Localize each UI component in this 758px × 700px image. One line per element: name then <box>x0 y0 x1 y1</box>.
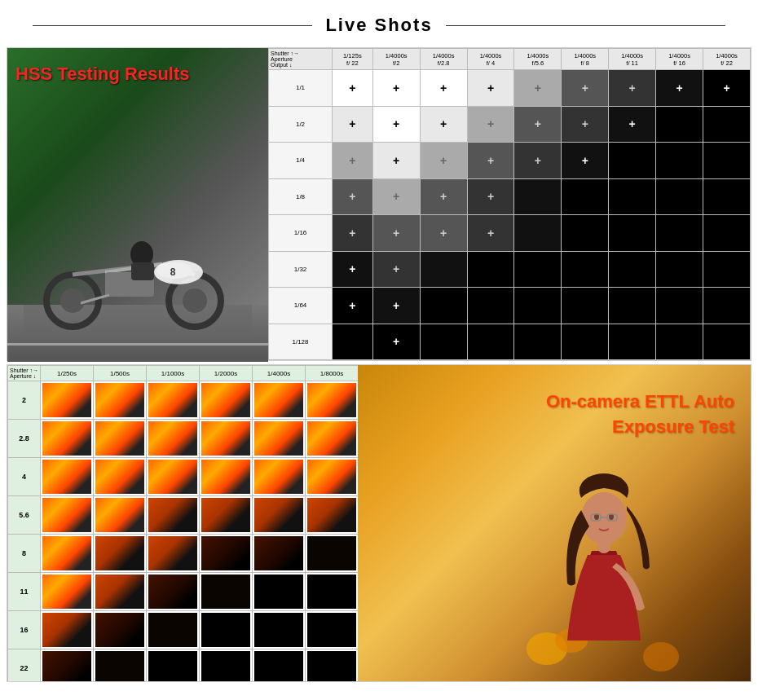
exposure-thumb <box>95 613 144 647</box>
hss-cell <box>467 288 514 324</box>
exposure-thumb <box>95 536 144 570</box>
output-label: Output ↓ <box>271 62 292 68</box>
ettl-row-8: 8 <box>8 535 359 573</box>
ettl-cell <box>200 496 253 535</box>
col-h5: 1/4000sf/5.6 <box>514 49 562 70</box>
hss-cell: + <box>420 215 467 252</box>
hss-cell: + <box>333 178 373 215</box>
ettl-cell <box>94 496 147 535</box>
hss-row-label: 1/1 <box>269 70 333 107</box>
hss-cell <box>703 288 751 324</box>
hss-row-label: 1/128 <box>269 324 333 360</box>
svg-point-19 <box>581 492 627 544</box>
hss-row-1-128: 1/128 + <box>269 324 751 360</box>
hss-cell: + <box>372 70 420 107</box>
hss-cell: + <box>420 106 467 143</box>
hss-cell <box>562 215 609 252</box>
ettl-cell <box>200 381 253 420</box>
svg-point-17 <box>643 642 679 671</box>
exposure-thumb <box>201 421 250 456</box>
ettl-aperture: 2 <box>8 381 41 420</box>
motorcycle-illustration: 8 <box>24 191 252 337</box>
hss-cell <box>562 288 609 324</box>
hss-cell: + <box>562 106 609 143</box>
hss-cell: + <box>333 106 373 143</box>
ettl-aperture: 11 <box>8 573 41 611</box>
ettl-cell <box>253 420 306 458</box>
ettl-cell <box>41 611 94 649</box>
hss-row-label: 1/32 <box>269 251 333 288</box>
hss-cell: + <box>333 143 373 179</box>
ettl-col-h3: 1/1000s <box>147 366 200 381</box>
exposure-thumb <box>201 536 250 570</box>
hss-cell: + <box>562 70 609 107</box>
hss-cell: + <box>372 251 420 288</box>
ettl-col-h1: 1/250s <box>41 366 94 381</box>
ettl-cell <box>94 381 147 420</box>
exposure-thumb <box>148 421 197 456</box>
hss-label: HSS Testing Results <box>15 63 190 86</box>
exposure-thumb <box>148 575 197 609</box>
ettl-cell <box>94 458 147 496</box>
exposure-thumb <box>148 383 197 417</box>
hss-cell <box>514 324 562 360</box>
ettl-cell <box>253 649 306 682</box>
ettl-cell <box>147 458 200 496</box>
ettl-row-5-6: 5.6 <box>8 496 359 535</box>
ettl-cell <box>147 420 200 458</box>
hss-cell <box>703 324 751 360</box>
ettl-cell <box>253 573 306 611</box>
exposure-thumb <box>201 383 250 417</box>
exposure-thumb <box>42 460 91 494</box>
ettl-row-2: 2 <box>8 381 359 420</box>
exposure-thumb <box>148 460 197 494</box>
ettl-row-2-8: 2.8 <box>8 420 359 458</box>
hss-cell <box>703 178 751 215</box>
hss-cell <box>609 324 656 360</box>
hss-cell <box>609 143 656 179</box>
ettl-cell <box>147 496 200 535</box>
col-h6: 1/4000sf/ 8 <box>562 49 609 70</box>
hss-cell: + <box>420 70 467 107</box>
hss-cell <box>467 324 514 360</box>
col-h3: 1/4000sf/2.8 <box>420 49 467 70</box>
hss-cell: + <box>656 70 703 107</box>
hss-row-1-4: 1/4 + + + + + + <box>269 143 751 179</box>
col-h7: 1/4000sf/ 11 <box>609 49 656 70</box>
hss-cell <box>703 106 751 143</box>
hss-cell: + <box>609 70 656 107</box>
ettl-cell <box>200 573 253 611</box>
svg-point-4 <box>183 288 207 313</box>
exposure-thumb <box>148 536 197 570</box>
ettl-cell <box>41 649 94 682</box>
exposure-thumb <box>307 460 356 494</box>
hss-row-label: 1/8 <box>269 178 333 215</box>
aperture-label: Aperture <box>271 56 293 62</box>
exposure-thumb <box>42 651 91 681</box>
ettl-cell <box>253 611 306 649</box>
portrait-area: On-camera ETTL Auto Exposure Test <box>358 365 751 681</box>
hss-cell: + <box>467 178 514 215</box>
ettl-cell <box>306 458 358 496</box>
hss-row-1-2: 1/2 + + + + + + + <box>269 106 751 143</box>
road-line <box>7 343 268 346</box>
hss-cell: + <box>562 143 609 179</box>
hss-cell <box>467 251 514 288</box>
ettl-cell <box>306 381 358 420</box>
ettl-header-row: Shutter ↑→ Aperture ↓ 1/250s 1/500s 1/10… <box>8 366 359 381</box>
exposure-thumb <box>95 651 144 681</box>
hss-grid: Shutter ↑→ Aperture Output ↓ 1/125sf/ 22… <box>268 48 751 360</box>
ettl-cell <box>147 381 200 420</box>
hss-cell: + <box>372 288 420 324</box>
ettl-cell <box>253 381 306 420</box>
ettl-cell <box>94 649 147 682</box>
hss-cell <box>656 178 703 215</box>
hss-cell <box>656 324 703 360</box>
hss-cell <box>514 215 562 252</box>
exposure-thumb <box>42 421 91 456</box>
ettl-aperture: 8 <box>8 535 41 573</box>
ettl-section: Shutter ↑→ Aperture ↓ 1/250s 1/500s 1/10… <box>7 364 751 682</box>
page-header: Live Shots <box>0 0 758 44</box>
hss-row-1-64: 1/64 + + <box>269 288 751 324</box>
exposure-thumb <box>42 575 91 609</box>
